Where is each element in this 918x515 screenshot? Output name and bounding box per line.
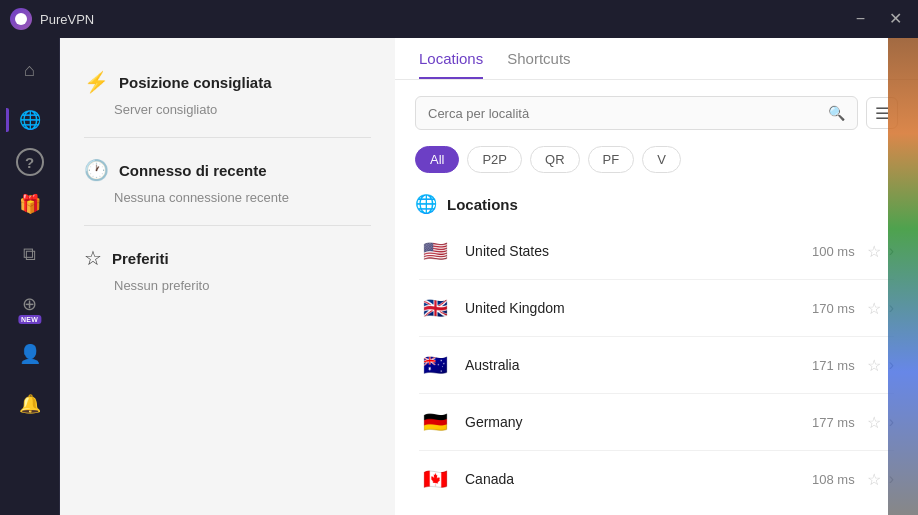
favorites-subtitle: Nessun preferito <box>84 278 371 293</box>
location-name-gb: United Kingdom <box>465 300 812 316</box>
flag-de: 🇩🇪 <box>419 406 451 438</box>
flag-ca: 🇨🇦 <box>419 463 451 495</box>
location-row-de[interactable]: 🇩🇪 Germany 177 ms ☆ › <box>403 394 910 450</box>
search-icon: 🔍 <box>828 105 845 121</box>
minimize-button[interactable]: − <box>850 9 871 29</box>
sidebar-item-help[interactable]: ? <box>16 148 44 176</box>
sidebar-item-new-feature[interactable]: ⊕ NEW <box>8 282 52 326</box>
location-row-au[interactable]: 🇦🇺 Australia 171 ms ☆ › <box>403 337 910 393</box>
section-recommended-header: ⚡ Posizione consigliata <box>84 70 371 94</box>
right-panel: Locations Shortcuts 🔍 ☰ All P2P QR PF V … <box>395 38 918 515</box>
star-ca[interactable]: ☆ <box>867 470 881 489</box>
sidebar-item-bell[interactable]: 🔔 <box>8 382 52 426</box>
filter-pf[interactable]: PF <box>588 146 635 173</box>
titlebar: PureVPN − ✕ <box>0 0 918 38</box>
flag-gb: 🇬🇧 <box>419 292 451 324</box>
divider-1 <box>84 137 371 138</box>
app-title: PureVPN <box>40 12 850 27</box>
star-us[interactable]: ☆ <box>867 242 881 261</box>
location-name-us: United States <box>465 243 812 259</box>
recommended-title: Posizione consigliata <box>119 74 272 91</box>
filter-row: All P2P QR PF V <box>395 138 918 185</box>
sidebar-item-user[interactable]: 👤 <box>8 332 52 376</box>
star-gb[interactable]: ☆ <box>867 299 881 318</box>
location-row-us[interactable]: 🇺🇸 United States 100 ms ☆ › <box>403 223 910 279</box>
recommended-subtitle: Server consigliato <box>84 102 371 117</box>
sidebar-item-globe[interactable]: 🌐 <box>8 98 52 142</box>
section-recent-header: 🕐 Connesso di recente <box>84 158 371 182</box>
filter-p2p[interactable]: P2P <box>467 146 522 173</box>
latency-au: 171 ms <box>812 358 855 373</box>
locations-header-label: Locations <box>447 196 518 213</box>
locations-globe-icon: 🌐 <box>415 193 437 215</box>
search-box[interactable]: 🔍 <box>415 96 858 130</box>
background-overlay <box>888 38 918 515</box>
section-recent: 🕐 Connesso di recente Nessuna connession… <box>60 146 395 217</box>
section-favorites-header: ☆ Preferiti <box>84 246 371 270</box>
star-au[interactable]: ☆ <box>867 356 881 375</box>
latency-gb: 170 ms <box>812 301 855 316</box>
locations-section: 🌐 Locations 🇺🇸 United States 100 ms ☆ › … <box>395 185 918 515</box>
tabs-bar: Locations Shortcuts <box>395 38 918 80</box>
latency-de: 177 ms <box>812 415 855 430</box>
flag-us: 🇺🇸 <box>419 235 451 267</box>
section-recommended: ⚡ Posizione consigliata Server consiglia… <box>60 58 395 129</box>
lightning-icon: ⚡ <box>84 70 109 94</box>
locations-header: 🌐 Locations <box>403 185 910 223</box>
search-area: 🔍 ☰ <box>395 80 918 138</box>
search-input[interactable] <box>428 106 828 121</box>
location-name-ca: Canada <box>465 471 812 487</box>
filter-v[interactable]: V <box>642 146 681 173</box>
new-feature-icon: ⊕ <box>22 293 37 315</box>
tab-shortcuts[interactable]: Shortcuts <box>507 50 570 79</box>
section-favorites: ☆ Preferiti Nessun preferito <box>60 234 395 305</box>
filter-all[interactable]: All <box>415 146 459 173</box>
logo-inner <box>15 13 27 25</box>
sidebar: ⌂ 🌐 ? 🎁 ⧉ ⊕ NEW 👤 🔔 <box>0 38 60 515</box>
left-panel: ⚡ Posizione consigliata Server consiglia… <box>60 38 395 515</box>
star-icon: ☆ <box>84 246 102 270</box>
window-controls: − ✕ <box>850 9 908 29</box>
clock-icon: 🕐 <box>84 158 109 182</box>
flag-au: 🇦🇺 <box>419 349 451 381</box>
close-button[interactable]: ✕ <box>883 9 908 29</box>
filter-qr[interactable]: QR <box>530 146 580 173</box>
app-logo <box>10 8 32 30</box>
favorites-title: Preferiti <box>112 250 169 267</box>
tab-locations[interactable]: Locations <box>419 50 483 79</box>
recent-title: Connesso di recente <box>119 162 267 179</box>
location-name-au: Australia <box>465 357 812 373</box>
sidebar-item-home[interactable]: ⌂ <box>8 48 52 92</box>
sidebar-item-gift[interactable]: 🎁 <box>8 182 52 226</box>
latency-us: 100 ms <box>812 244 855 259</box>
location-row-gb[interactable]: 🇬🇧 United Kingdom 170 ms ☆ › <box>403 280 910 336</box>
divider-2 <box>84 225 371 226</box>
location-name-de: Germany <box>465 414 812 430</box>
latency-ca: 108 ms <box>812 472 855 487</box>
star-de[interactable]: ☆ <box>867 413 881 432</box>
sidebar-item-layers[interactable]: ⧉ <box>8 232 52 276</box>
location-row-ca[interactable]: 🇨🇦 Canada 108 ms ☆ › <box>403 451 910 507</box>
main-area: ⌂ 🌐 ? 🎁 ⧉ ⊕ NEW 👤 🔔 ⚡ Posizione consigli… <box>0 38 918 515</box>
recent-subtitle: Nessuna connessione recente <box>84 190 371 205</box>
new-badge-label: NEW <box>18 315 41 324</box>
